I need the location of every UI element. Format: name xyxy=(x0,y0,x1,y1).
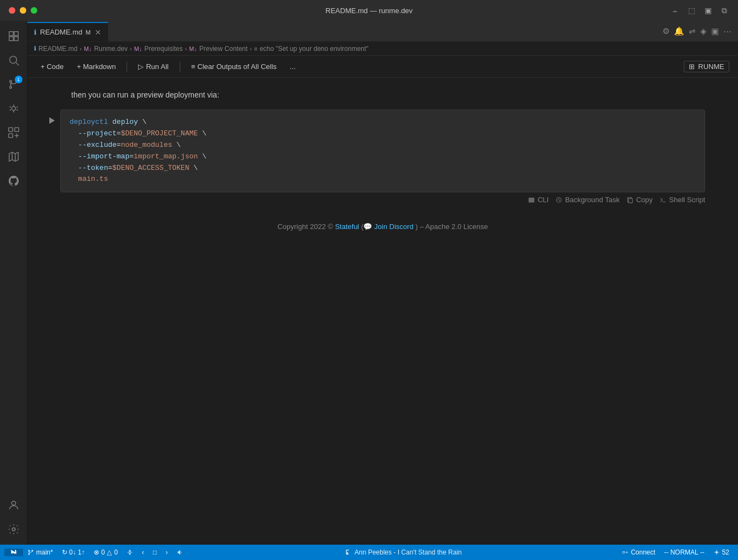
tab-bar: ℹ README.md M ✕ ⚙ 🔔 ⇌ ◈ ▣ ⋯ xyxy=(27,21,738,42)
cell-actions: CLI Background Task Copy xyxy=(60,192,705,206)
shell-script-label: Shell Script xyxy=(669,196,705,204)
sidebar-item-source-control[interactable]: 1 xyxy=(3,73,25,95)
activity-bar-bottom xyxy=(3,494,25,540)
tab-info-icon: ℹ xyxy=(34,28,37,36)
tab-readme[interactable]: ℹ README.md M ✕ xyxy=(27,22,108,41)
statusbar-nav-prev[interactable]: ‹ xyxy=(138,548,148,556)
tab-close-button[interactable]: ✕ xyxy=(95,28,101,37)
nav-prev-icon: ‹ xyxy=(142,548,144,556)
statusbar-sync[interactable]: ↻ 0↓ 1↑ xyxy=(58,548,89,556)
sidebar-item-map[interactable] xyxy=(3,146,25,168)
svg-rect-11 xyxy=(14,128,18,132)
breadcrumb-preview[interactable]: M↓ Preview Content xyxy=(189,45,248,53)
footer-copyright: Copyright 2022 © xyxy=(277,222,333,231)
layout-split-icon[interactable]: ⫠ xyxy=(670,5,680,15)
breadcrumb-sep-3: › xyxy=(185,45,187,52)
layout-icon[interactable]: ▣ xyxy=(711,26,719,36)
run-cell-button[interactable] xyxy=(46,115,57,126)
sidebar-item-github[interactable] xyxy=(3,170,25,192)
statusbar-connect[interactable]: Connect xyxy=(617,548,660,556)
breadcrumb-prerequisites-label: Prerequisites xyxy=(144,45,182,53)
app-container: 1 xyxy=(0,21,738,545)
breadcrumb-md-icon-3: M↓ xyxy=(189,45,197,52)
statusbar-branch[interactable]: main* xyxy=(23,548,58,556)
background-task-label: Background Task xyxy=(565,196,620,204)
run-all-button[interactable]: ▷ Run All xyxy=(134,60,173,73)
branch-name: main* xyxy=(36,548,53,556)
statusbar-song[interactable]: Ann Peebles - I Can't Stand the Rain xyxy=(339,548,466,556)
svg-rect-12 xyxy=(8,134,12,138)
text-cell-content: then you can run a preview deployment vi… xyxy=(71,90,219,99)
copy-action[interactable]: Copy xyxy=(626,196,653,204)
song-label: Ann Peebles - I Can't Stand the Rain xyxy=(354,548,462,556)
breadcrumb-readme[interactable]: ℹ README.md xyxy=(34,45,77,53)
statusbar-export[interactable] xyxy=(122,549,138,556)
svg-point-17 xyxy=(12,528,15,531)
svg-point-25 xyxy=(715,551,718,554)
breadcrumb-code-icon: ≡ xyxy=(254,45,258,52)
add-code-button[interactable]: + Code xyxy=(36,60,68,73)
titlebar: README.md — runme.dev ⫠ ⬚ ▣ ⧉ xyxy=(0,0,738,21)
sidebar-item-extensions[interactable] xyxy=(3,122,25,144)
neovim-icon[interactable] xyxy=(4,548,23,556)
layout-editor-icon[interactable]: ▣ xyxy=(703,5,713,15)
svg-point-22 xyxy=(28,553,30,555)
statusbar-audio[interactable] xyxy=(172,549,187,556)
add-markdown-button[interactable]: + Markdown xyxy=(72,60,120,73)
cli-action[interactable]: CLI xyxy=(528,196,548,204)
sidebar-item-settings[interactable] xyxy=(3,518,25,540)
svg-rect-1 xyxy=(14,32,18,36)
clear-icon: ≡ xyxy=(191,62,196,71)
source-control-badge: 1 xyxy=(15,76,22,83)
mode-label: -- NORMAL -- xyxy=(664,548,705,556)
error-icon: ⊗ xyxy=(94,548,99,556)
statusbar-nav-next[interactable]: › xyxy=(161,548,172,556)
runme-badge-icon: ⊞ xyxy=(689,62,695,71)
footer-discord-link[interactable]: Join Discord xyxy=(374,222,414,231)
breadcrumb-prerequisites[interactable]: M↓ Prerequisites xyxy=(134,45,183,53)
background-task-action[interactable]: Background Task xyxy=(555,196,620,204)
breadcrumb-echo[interactable]: ≡ echo "Set up your deno environment" xyxy=(254,45,369,53)
shell-script-action[interactable]: Shell Script xyxy=(659,196,705,204)
more-options-button[interactable]: ... xyxy=(285,60,300,73)
clear-outputs-button[interactable]: ≡ Clear Outputs of All Cells xyxy=(187,60,281,73)
sidebar-item-search[interactable] xyxy=(3,49,25,71)
copy-label: Copy xyxy=(636,196,653,204)
runme-logo-icon[interactable]: ◈ xyxy=(700,26,707,36)
statusbar-left: main* ↻ 0↓ 1↑ ⊗ 0 △ 0 ‹ □ › xyxy=(4,548,187,556)
breadcrumb-runme[interactable]: M↓ Runme.dev xyxy=(84,45,128,53)
code-cell: deployctl deploy \ --project=$DENO_PROJE… xyxy=(60,110,705,206)
statusbar-spaces[interactable]: 52 xyxy=(709,548,734,556)
statusbar-errors[interactable]: ⊗ 0 △ 0 xyxy=(89,548,122,556)
svg-rect-24 xyxy=(623,552,625,553)
breadcrumb-md-icon-1: M↓ xyxy=(84,45,92,52)
code-block[interactable]: deployctl deploy \ --project=$DENO_PROJE… xyxy=(60,110,705,192)
toolbar-separator xyxy=(127,61,127,72)
notifications-bell-icon[interactable]: 🔔 xyxy=(674,26,684,36)
svg-rect-3 xyxy=(14,37,18,41)
svg-rect-2 xyxy=(9,37,13,41)
ports-icon[interactable]: ⇌ xyxy=(689,26,696,36)
runme-badge[interactable]: ⊞ RUNME xyxy=(684,61,729,72)
maximize-button[interactable] xyxy=(31,7,37,14)
sidebar-item-account[interactable] xyxy=(3,494,25,516)
sidebar-item-explorer[interactable] xyxy=(3,25,25,47)
statusbar: main* ↻ 0↓ 1↑ ⊗ 0 △ 0 ‹ □ › xyxy=(0,545,738,560)
settings-gear-icon[interactable]: ⚙ xyxy=(662,26,670,36)
layout-panel-icon[interactable]: ⬚ xyxy=(686,5,696,15)
sidebar-item-debug[interactable] xyxy=(3,98,25,119)
svg-marker-13 xyxy=(9,152,18,162)
footer-stateful-link[interactable]: Stateful xyxy=(335,222,359,231)
svg-point-21 xyxy=(28,550,30,552)
close-button[interactable] xyxy=(9,7,15,14)
statusbar-nav-square[interactable]: □ xyxy=(148,548,161,556)
svg-point-6 xyxy=(9,81,12,83)
runme-badge-label: RUNME xyxy=(698,62,724,71)
minimize-button[interactable] xyxy=(20,7,26,14)
layout-customize-icon[interactable]: ⧉ xyxy=(719,5,729,15)
svg-rect-0 xyxy=(9,32,13,36)
connect-label: Connect xyxy=(631,548,655,556)
more-actions-icon[interactable]: ⋯ xyxy=(723,26,731,36)
footer-discord-emoji: 💬 xyxy=(363,222,372,231)
breadcrumb-sep-4: › xyxy=(250,45,252,52)
